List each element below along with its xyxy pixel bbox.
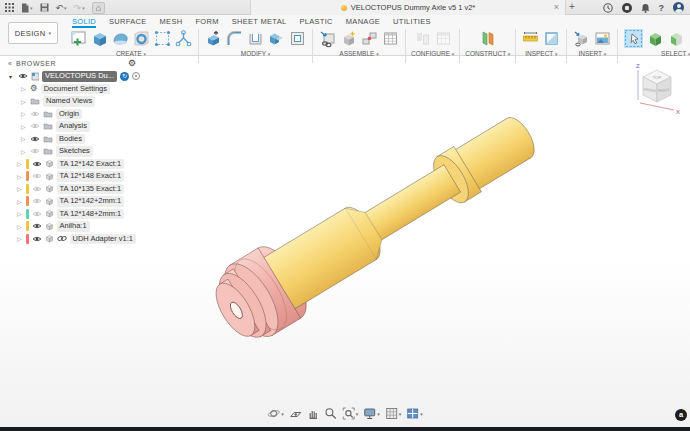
bom-table-icon[interactable] <box>381 29 400 48</box>
configure-group-label[interactable]: CONFIGURE ▾ <box>411 50 454 57</box>
assistant-bubble[interactable]: a <box>675 409 687 421</box>
folder-label[interactable]: Bodies <box>56 134 85 145</box>
press-pull-icon[interactable] <box>204 29 223 48</box>
insert-derive-icon[interactable] <box>572 29 591 48</box>
expand-caret-icon[interactable]: ▷ <box>17 173 23 180</box>
component-label[interactable]: TA 10*135 Exact:1 <box>57 184 125 195</box>
visibility-eye-icon[interactable] <box>30 135 40 143</box>
joint-icon[interactable] <box>360 29 379 48</box>
account-avatar[interactable] <box>673 2 684 13</box>
save-icon[interactable] <box>40 3 49 12</box>
visibility-eye-icon[interactable] <box>32 185 42 193</box>
fillet-icon[interactable] <box>225 29 244 48</box>
browser-row-component[interactable]: ▷ TA 12*142+2mm:1 <box>4 195 140 208</box>
folder-label[interactable]: Sketches <box>56 146 93 157</box>
revolve-icon[interactable] <box>132 29 151 48</box>
browser-row-root[interactable]: ▾ VELOCTOPUS Du... ↻ <box>4 70 140 83</box>
insert-into-design-icon[interactable] <box>318 29 337 48</box>
expand-caret-icon[interactable]: ▷ <box>21 135 27 142</box>
expand-caret-icon[interactable]: ▷ <box>21 148 27 155</box>
expand-caret-icon[interactable]: ▷ <box>17 223 23 230</box>
browser-row-component[interactable]: ▷ TA 12*148 Exact:1 <box>4 170 140 183</box>
browser-row-analysis[interactable]: ▷ Analysis <box>4 120 140 133</box>
create-form-icon[interactable] <box>111 29 130 48</box>
visibility-eye-icon[interactable] <box>32 172 42 180</box>
zoom-icon[interactable] <box>324 407 337 420</box>
browser-row-component[interactable]: ▷ Anilha:1 <box>4 220 140 233</box>
app-grid-icon[interactable] <box>5 3 14 12</box>
visibility-eye-icon[interactable] <box>32 160 42 168</box>
visibility-eye-icon[interactable] <box>32 235 42 243</box>
root-component-label[interactable]: VELOCTOPUS Du... <box>42 71 117 82</box>
select-face-icon[interactable] <box>667 29 686 48</box>
folder-label[interactable]: Named Views <box>43 96 95 107</box>
help-icon[interactable]: ? <box>659 3 665 13</box>
design-menu-button[interactable]: DESIGN▾ <box>8 22 58 44</box>
visibility-eye-icon[interactable] <box>18 72 28 80</box>
visibility-eye-icon[interactable] <box>32 222 42 230</box>
component-label[interactable]: TA 12*148 Exact:1 <box>57 171 125 182</box>
display-settings-icon[interactable]: ▾ <box>363 407 380 420</box>
construction-plane-icon[interactable] <box>477 29 499 48</box>
component-label[interactable]: TA 12*142+2mm:1 <box>57 196 125 207</box>
close-tab-icon[interactable]: × <box>554 2 559 12</box>
create-group-label[interactable]: CREATE ▾ <box>116 50 146 57</box>
redo-icon[interactable]: ↷▾ <box>74 3 85 13</box>
new-component-icon[interactable] <box>339 29 358 48</box>
primitive-box-icon[interactable] <box>90 29 109 48</box>
expand-caret-icon[interactable]: ▷ <box>17 160 23 167</box>
select-window-icon[interactable] <box>623 28 644 49</box>
expand-caret-icon[interactable]: ▾ <box>9 73 15 80</box>
expand-caret-icon[interactable]: ▷ <box>21 85 27 92</box>
home-icon[interactable]: ⌂ <box>92 2 105 14</box>
visibility-eye-icon[interactable] <box>30 122 40 130</box>
expand-caret-icon[interactable]: ▷ <box>17 185 23 192</box>
tab-mesh[interactable]: MESH <box>160 16 183 28</box>
component-label[interactable]: Anilha:1 <box>57 221 90 232</box>
new-tab-icon[interactable]: + <box>569 1 575 12</box>
select-solid-icon[interactable] <box>646 29 665 48</box>
visibility-eye-icon[interactable] <box>32 210 42 218</box>
tab-plastic[interactable]: PLASTIC <box>299 16 332 28</box>
expand-caret-icon[interactable]: ▷ <box>17 198 23 205</box>
visibility-eye-icon[interactable] <box>30 147 40 155</box>
viewports-icon[interactable]: ▾ <box>406 407 423 420</box>
configuration-table-icon[interactable] <box>434 29 453 48</box>
inspect-group-label[interactable]: INSPECT ▾ <box>525 50 557 57</box>
tab-sheet-metal[interactable]: SHEET METAL <box>232 16 287 28</box>
canvas-image-icon[interactable] <box>593 29 612 48</box>
file-menu-icon[interactable]: ▾ <box>21 3 33 13</box>
browser-row-named-views[interactable]: ▷ Named Views <box>4 95 140 108</box>
folder-label[interactable]: Analysis <box>56 121 90 132</box>
tab-manage[interactable]: MANAGE <box>346 16 380 28</box>
folder-label[interactable]: Document Settings <box>41 84 110 95</box>
notifications-icon[interactable] <box>641 0 650 17</box>
browser-row-component[interactable]: ▷ TA 10*135 Exact:1 <box>4 183 140 196</box>
construct-group-label[interactable]: CONSTRUCT ▾ <box>465 50 510 57</box>
job-status-icon[interactable] <box>603 0 613 17</box>
expand-caret-icon[interactable]: ▷ <box>21 98 27 105</box>
component-label[interactable]: TA 12*142 Exact:1 <box>57 159 125 170</box>
tab-solid[interactable]: SOLID <box>72 16 96 28</box>
section-analysis-icon[interactable] <box>542 29 561 48</box>
browser-row-origin[interactable]: ▷ Origin <box>4 108 140 121</box>
configuration-icon[interactable] <box>413 29 432 48</box>
undo-icon[interactable]: ↶▾ <box>56 3 67 13</box>
browser-row-component[interactable]: ▷ TA 12*142 Exact:1 <box>4 158 140 171</box>
grid-and-snaps-icon[interactable]: ▾ <box>385 407 402 420</box>
activate-component-icon[interactable] <box>132 72 140 80</box>
view-cube[interactable]: Z X TOP FRONT RIGHT <box>628 60 684 116</box>
fit-icon[interactable]: ▾ <box>342 407 359 420</box>
insert-group-label[interactable]: INSERT ▾ <box>578 50 606 57</box>
modify-group-label[interactable]: MODIFY ▾ <box>241 50 271 57</box>
expand-caret-icon[interactable]: ▷ <box>17 235 23 242</box>
browser-row-sketches[interactable]: ▷ Sketches <box>4 145 140 158</box>
select-group-label[interactable]: SELECT ▾ <box>661 50 690 57</box>
component-label[interactable]: UDH Adapter v1:1 <box>70 234 136 245</box>
visibility-eye-icon[interactable] <box>30 110 40 118</box>
browser-row-document-settings[interactable]: ▷ ⚙ Document Settings <box>4 83 140 96</box>
derive-icon[interactable] <box>174 29 193 48</box>
browser-row-bodies[interactable]: ▷ Bodies <box>4 133 140 146</box>
expand-caret-icon[interactable]: ▷ <box>21 110 27 117</box>
browser-row-component-linked[interactable]: ▷ UDH Adapter v1:1 <box>4 233 140 246</box>
